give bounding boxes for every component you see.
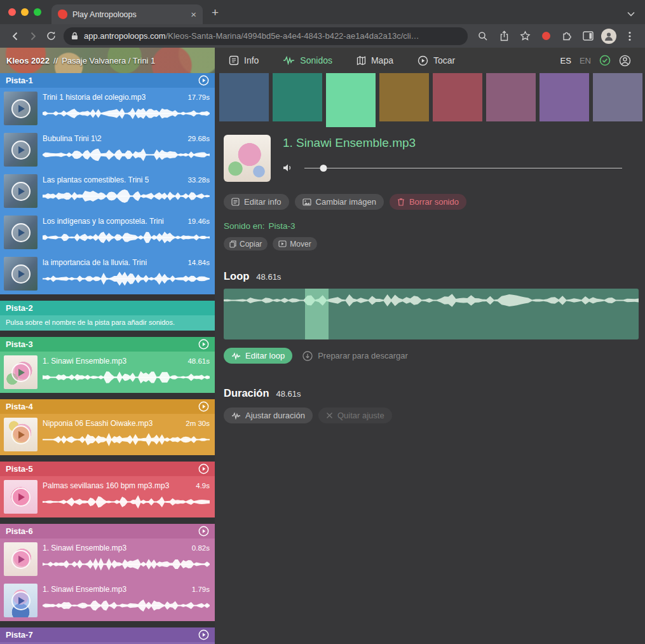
sound-title[interactable]: Los indígenas y la compostela. Trini <box>43 217 164 226</box>
track-name[interactable]: Pista-3 <box>6 339 33 349</box>
nav-tab-tocar[interactable]: Tocar <box>418 55 455 66</box>
tab-search-chevron-icon[interactable] <box>627 11 635 17</box>
browser-menu-icon[interactable] <box>621 27 639 45</box>
lang-es-button[interactable]: ES <box>560 56 571 65</box>
sound-thumbnail[interactable] <box>4 174 37 208</box>
minimize-window-button[interactable] <box>21 8 29 16</box>
sound-thumbnail[interactable] <box>4 418 37 451</box>
sound-thumbnail[interactable] <box>4 542 37 576</box>
sound-title[interactable]: Palmas sevillanas 160 bpm mp3.mp3 <box>43 481 169 490</box>
track-header[interactable]: Pista-3 <box>0 337 215 352</box>
speaker-icon[interactable] <box>283 163 293 172</box>
change-image-button[interactable]: Cambiar imágen <box>295 194 384 210</box>
track-header[interactable]: Pista-5 <box>0 462 215 476</box>
track-play-icon[interactable] <box>198 339 209 350</box>
sound-item[interactable]: Los indígenas y la compostela. Trini19.4… <box>0 212 215 253</box>
sound-title[interactable]: Nipponia 06 Esashi Oiwake.mp3 <box>43 419 153 428</box>
sound-thumbnail[interactable] <box>4 92 37 125</box>
account-icon[interactable] <box>619 55 631 67</box>
sound-item[interactable]: Palmas sevillanas 160 bpm mp3.mp34.9s <box>0 476 215 517</box>
browser-tab[interactable]: Play Antropoloops × <box>51 4 203 24</box>
sound-thumbnail[interactable] <box>4 133 37 167</box>
back-icon[interactable] <box>6 27 24 45</box>
sound-image[interactable] <box>224 135 271 182</box>
track-name[interactable]: Pista-4 <box>6 402 33 411</box>
sound-title[interactable]: 1. Sinawi Ensemble.mp3 <box>43 357 126 366</box>
side-panel-icon[interactable] <box>579 27 597 45</box>
sound-title[interactable]: Las plantas comestibles. Trini 5 <box>43 175 149 184</box>
sound-thumbnail[interactable] <box>4 355 37 389</box>
track-play-icon[interactable] <box>198 463 209 474</box>
loop-selection-region[interactable] <box>305 289 329 339</box>
close-window-button[interactable] <box>8 8 16 16</box>
new-tab-button[interactable]: + <box>212 6 219 20</box>
breadcrumb-path-link[interactable]: Pasaje Valvanera / Trini 1 <box>62 56 155 65</box>
volume-slider-thumb[interactable] <box>320 165 327 172</box>
reload-icon[interactable] <box>42 27 60 45</box>
prepare-download-button[interactable]: Preparar para descargar <box>302 351 408 361</box>
track-play-icon[interactable] <box>198 75 209 86</box>
sound-item[interactable]: 1. Sinawi Ensemble.mp30.82s <box>0 538 215 580</box>
sound-item[interactable]: Trini 1 historia del colegio.mp317.79s <box>0 88 215 129</box>
play-overlay-icon[interactable] <box>11 264 31 284</box>
sound-item[interactable]: la importancia de la lluvia. Trini14.84s <box>0 253 215 294</box>
play-overlay-icon[interactable] <box>11 223 31 242</box>
sound-title[interactable]: 1. Sinawi Ensemble.mp3 <box>43 544 126 552</box>
extensions-puzzle-icon[interactable] <box>558 27 576 45</box>
track-play-icon[interactable] <box>198 629 209 640</box>
breadcrumb-project-link[interactable]: Kleos 2022 <box>6 56 50 65</box>
track-play-icon[interactable] <box>198 526 209 537</box>
address-bar[interactable]: app.antropoloops.com/Kleos-Santa-Marina/… <box>64 27 468 45</box>
track-swatch-6[interactable] <box>486 73 536 121</box>
sound-thumbnail[interactable] <box>4 216 37 249</box>
track-name[interactable]: Pista-1 <box>6 76 33 85</box>
sound-item[interactable]: Bubulina Trini 1\229.68s <box>0 129 215 170</box>
edit-info-button[interactable]: Editar info <box>224 194 289 210</box>
track-name[interactable]: Pista-2 <box>6 303 33 313</box>
sound-title[interactable]: Trini 1 historia del colegio.mp3 <box>43 93 146 102</box>
track-swatch-1[interactable] <box>219 73 269 121</box>
sound-title[interactable]: 1. Sinawi Ensemble.mp3 <box>43 585 126 594</box>
bookmark-star-icon[interactable] <box>516 27 534 45</box>
zoom-icon[interactable] <box>474 27 492 45</box>
play-overlay-icon[interactable] <box>11 425 31 444</box>
track-name[interactable]: Pista-5 <box>6 464 33 474</box>
nav-tab-mapa[interactable]: Mapa <box>356 55 393 65</box>
sound-item[interactable]: 1. Sinawi Ensemble.mp31.79s <box>0 580 215 621</box>
tab-close-icon[interactable]: × <box>191 10 196 19</box>
volume-slider[interactable] <box>304 164 622 172</box>
play-overlay-icon[interactable] <box>11 488 31 507</box>
track-header[interactable]: Pista-1 <box>0 73 215 88</box>
nav-tab-sonidos[interactable]: Sonidos <box>283 55 332 65</box>
track-swatch-7[interactable] <box>540 73 589 121</box>
track-name[interactable]: Pista-6 <box>6 526 33 536</box>
edit-loop-button[interactable]: Editar loop <box>224 348 292 364</box>
track-swatch-5[interactable] <box>433 73 482 121</box>
track-header[interactable]: Pista-4 <box>0 399 215 414</box>
play-overlay-icon[interactable] <box>11 140 31 160</box>
sound-item-selected[interactable]: 1. Sinawi Ensemble.mp348.61s <box>0 352 215 393</box>
track-header[interactable]: Pista-2 <box>0 301 215 315</box>
track-swatch-8[interactable] <box>593 73 642 121</box>
zoom-window-button[interactable] <box>34 8 41 16</box>
sound-item[interactable]: Nipponia 06 Esashi Oiwake.mp32m 30s <box>0 414 215 455</box>
sound-thumbnail[interactable] <box>4 584 37 617</box>
nav-tab-info[interactable]: Info <box>229 55 259 65</box>
sound-item[interactable]: Las plantas comestibles. Trini 533.28s <box>0 170 215 212</box>
track-play-icon[interactable] <box>198 401 209 412</box>
lang-en-button[interactable]: EN <box>580 56 591 65</box>
remove-adjust-button[interactable]: Quitar ajuste <box>318 408 392 423</box>
profile-avatar[interactable] <box>600 27 618 45</box>
sound-thumbnail[interactable] <box>4 480 37 514</box>
padlock-icon[interactable] <box>71 32 78 40</box>
move-button[interactable]: Mover <box>273 237 316 250</box>
track-header[interactable]: Pista-6 <box>0 524 215 538</box>
forward-icon[interactable] <box>24 27 42 45</box>
play-overlay-icon[interactable] <box>11 182 31 201</box>
share-icon[interactable] <box>495 27 513 45</box>
loop-waveform[interactable] <box>224 289 639 339</box>
play-overlay-icon[interactable] <box>11 363 31 382</box>
track-swatch-3-selected[interactable] <box>326 73 376 127</box>
track-swatch-2[interactable] <box>273 73 322 121</box>
sound-title[interactable]: la importancia de la lluvia. Trini <box>43 258 147 267</box>
